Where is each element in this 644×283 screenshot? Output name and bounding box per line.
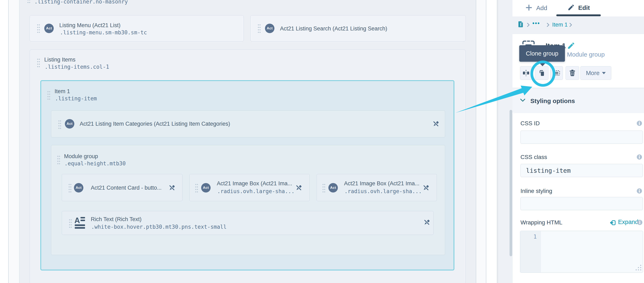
chevron-right-icon: [526, 23, 530, 28]
module-image-box-1[interactable]: Act Act21 Image Box (Act21 Ima... .radiu…: [190, 174, 310, 201]
module-css-class: .white-box.hover.ptb30.mt30.pns.text-sma…: [91, 224, 226, 230]
module-title: Rich Text (Rich Text): [91, 216, 142, 223]
css-class-input[interactable]: [520, 164, 643, 177]
module-css-class: .radius.ovh.large-sha...: [344, 188, 422, 194]
info-icon[interactable]: [636, 154, 642, 160]
info-icon[interactable]: [636, 188, 642, 194]
active-tab-underline: [556, 14, 601, 16]
info-icon[interactable]: [637, 220, 642, 225]
clone-group-tooltip: Clone group: [519, 45, 565, 62]
module-content-card[interactable]: Act Act21 Content Card - butto...: [62, 174, 182, 201]
act21-badge: Act: [265, 24, 274, 33]
info-icon[interactable]: [636, 121, 642, 126]
chevron-down-icon[interactable]: [520, 98, 526, 103]
tab-add-label: Add: [536, 4, 547, 11]
drag-handle-icon[interactable]: [69, 219, 72, 228]
delete-button[interactable]: [566, 66, 579, 80]
group-css-class: .listing-item: [55, 95, 97, 102]
module-listing-item-categories[interactable]: Act Act21 Listing Item Categories (Act21…: [51, 110, 445, 137]
wrapping-html-editor[interactable]: 1: [520, 231, 643, 273]
rich-text-icon: A: [75, 216, 86, 230]
badge-label: Act: [267, 26, 273, 30]
tab-edit-label: Edit: [578, 4, 590, 11]
drag-handle-icon[interactable]: [27, 0, 30, 3]
drag-handle-icon[interactable]: [322, 183, 325, 193]
badge-label: Act: [203, 186, 209, 190]
drag-handle-icon[interactable]: [258, 24, 261, 33]
act21-badge: Act: [328, 183, 338, 193]
module-title: Act21 Listing Item Categories (Act21 Lis…: [80, 121, 230, 127]
canvas-left-strip: [9, 0, 19, 283]
no-edit-pencil-icon: [422, 184, 430, 192]
canvas-scrollbar[interactable]: [510, 110, 512, 256]
module-css-class: .listing-menu.sm-mb30.sm-tc: [60, 29, 147, 35]
resize-grip-icon[interactable]: [635, 264, 642, 272]
clone-group-button[interactable]: [535, 66, 548, 80]
no-edit-pencil-icon: [432, 120, 440, 128]
page-editor: .listing-container.no-masonry Act Listin…: [0, 0, 644, 283]
group-item-1-selected[interactable]: Item 1 .listing-item Act Act21 Listing I…: [40, 80, 454, 271]
line-number: 1: [528, 234, 537, 240]
css-id-input[interactable]: [520, 131, 643, 144]
caret-down-icon: [602, 72, 606, 74]
editor-line-gutter: 1: [520, 231, 541, 273]
styling-options-heading[interactable]: Styling options: [530, 97, 575, 104]
group-title: Module group: [64, 153, 98, 160]
badge-label: Act: [76, 186, 82, 190]
act21-badge: Act: [65, 119, 74, 129]
listing-container-class: .listing-container.no-masonry: [34, 0, 128, 5]
wrapping-html-label: Wrapping HTML: [520, 219, 562, 226]
chevron-right-icon: [546, 23, 550, 28]
more-button[interactable]: More: [580, 66, 611, 80]
tab-edit[interactable]: Edit: [568, 4, 590, 12]
badge-label: Act: [46, 26, 52, 30]
svg-text:A: A: [75, 216, 80, 225]
act21-badge: Act: [74, 183, 84, 193]
drag-handle-icon[interactable]: [57, 155, 60, 165]
tab-add[interactable]: Add: [526, 4, 547, 12]
module-image-box-2[interactable]: Act Act21 Image Box (Act21 Ima... .radiu…: [317, 174, 437, 201]
tooltip-label: Clone group: [526, 50, 558, 57]
act21-badge: Act: [201, 183, 210, 193]
drag-handle-icon[interactable]: [58, 120, 61, 129]
group-title: Listing Items: [44, 56, 76, 63]
drag-handle-icon[interactable]: [195, 183, 198, 193]
drag-handle-icon[interactable]: [68, 183, 72, 193]
group-title: Item 1: [54, 88, 70, 95]
inline-styling-input[interactable]: [520, 197, 643, 210]
expand-icon[interactable]: [610, 220, 616, 227]
module-title: Act21 Listing Search (Act21 Listing Sear…: [280, 25, 387, 32]
expand-link[interactable]: Expand: [618, 219, 638, 225]
drag-handle-icon[interactable]: [37, 24, 40, 33]
tooltip-caret: [538, 61, 547, 66]
more-button-label: More: [586, 70, 600, 76]
act21-badge: Act: [44, 24, 54, 33]
css-class-label: CSS class: [520, 154, 547, 160]
canvas-right-strip: [476, 0, 486, 283]
no-edit-pencil-icon: [168, 184, 176, 192]
group-location-subtitle: in Module group: [560, 51, 605, 58]
pencil-icon: [568, 8, 576, 12]
module-title: Act21 Image Box (Act21 Ima...: [217, 180, 292, 187]
group-modules-button[interactable]: [550, 66, 563, 80]
group-css-class: .equal-height.mtb30: [64, 160, 126, 167]
group-module-group[interactable]: Module group .equal-height.mtb30 Act Act…: [51, 145, 445, 255]
css-id-label: CSS ID: [520, 120, 540, 127]
no-edit-pencil-icon: [423, 219, 430, 226]
drag-handle-icon[interactable]: [37, 58, 40, 67]
swap-module-button[interactable]: [520, 66, 532, 80]
module-listing-search[interactable]: Act Act21 Listing Search (Act21 Listing …: [250, 15, 466, 41]
badge-label: Act: [67, 122, 73, 126]
module-rich-text[interactable]: A Rich Text (Rich Text) .white-box.hover…: [62, 211, 434, 235]
module-listing-menu[interactable]: Act Listing Menu (Act21 List) .listing-m…: [30, 15, 244, 41]
canvas-right-edge: [486, 0, 486, 283]
chevron-right-icon: [569, 23, 573, 28]
breadcrumb-ellipsis[interactable]: •••: [532, 20, 540, 26]
page-icon[interactable]: [518, 21, 523, 28]
breadcrumb: [512, 16, 644, 34]
module-title: Listing Menu (Act21 List): [59, 22, 120, 28]
drag-handle-icon[interactable]: [47, 90, 50, 100]
breadcrumb-item-1[interactable]: Item 1: [552, 21, 568, 28]
rename-pencil-icon[interactable]: [567, 41, 575, 51]
module-css-class: .radius.ovh.large-sha...: [217, 188, 294, 194]
